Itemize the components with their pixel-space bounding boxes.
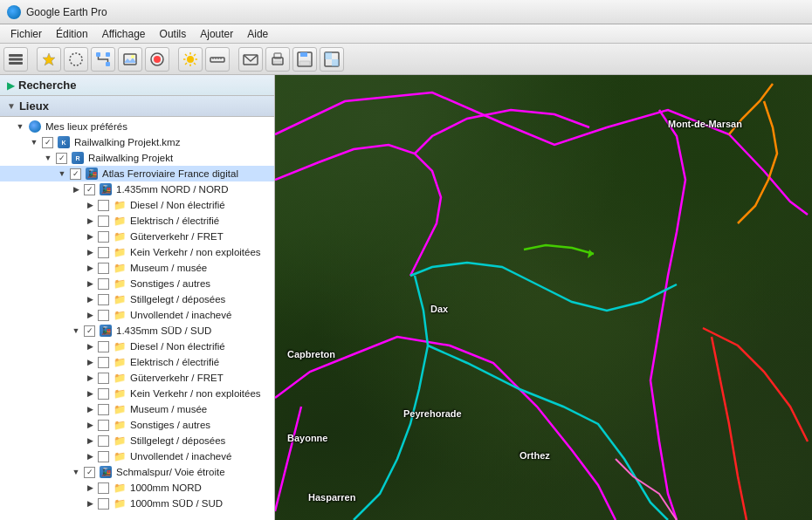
map-legend-btn[interactable] — [320, 47, 344, 72]
save-image-btn[interactable] — [292, 47, 317, 72]
tree-item-kein-2[interactable]: ▶ 📁 Kein Verkehr / non exploitées — [0, 386, 274, 401]
tree-item-1000-sud[interactable]: ▶ 📁 1000mm SÜD / SUD — [0, 496, 274, 511]
print-btn[interactable] — [265, 47, 290, 72]
checkbox-schmalspur[interactable]: ✓ — [84, 467, 95, 478]
tree-item-unvollendet-2[interactable]: ▶ 📁 Unvollendet / inachevé — [0, 448, 274, 464]
tree-item-electrifie-2[interactable]: ▶ 📁 Elektrisch / électrifié — [0, 354, 274, 370]
tree-item-schmalspur[interactable]: ▼ ✓ Schmalspur/ Voie étroite — [0, 464, 274, 480]
checkbox-electrifie-2[interactable] — [98, 357, 109, 368]
icon-1000-sud: 📁 — [113, 496, 127, 510]
checkbox-sonstiges-1[interactable] — [98, 278, 109, 290]
tree-item-guterverkehr-2[interactable]: ▶ 📁 Güterverkehr / FRET — [0, 370, 274, 386]
left-panel: ▶ Recherche ▼ Lieux ▼ Mes lieux préférés… — [0, 75, 275, 520]
svg-rect-8 — [124, 54, 136, 65]
svg-line-19 — [194, 63, 196, 65]
checkbox-1000-nord[interactable] — [98, 482, 109, 494]
menu-aide[interactable]: Aide — [240, 26, 275, 42]
toolbar — [0, 44, 812, 75]
checkbox-railwalking-kmz[interactable]: ✓ — [42, 137, 53, 148]
icon-electrifie-1: 📁 — [113, 214, 127, 228]
lieux-header[interactable]: ▼ Lieux — [0, 96, 274, 117]
checkbox-guterverkehr-1[interactable] — [98, 231, 109, 243]
tree-item-stillgelegt-1[interactable]: ▶ 📁 Stillgelegt / déposées — [0, 291, 274, 307]
tree-item-diesel-1[interactable]: ▶ 📁 Diesel / Non électrifié — [0, 197, 274, 213]
arrow-guterverkehr-1: ▶ — [84, 232, 96, 241]
search-arrow: ▶ — [7, 79, 15, 92]
checkbox-1435-nord[interactable]: ✓ — [84, 184, 95, 195]
layers-btn[interactable] — [3, 47, 28, 72]
checkbox-kein-2[interactable] — [98, 388, 109, 400]
tree-item-1435-sud[interactable]: ▼ ✓ 1.435mm SÜD / SUD — [0, 323, 274, 339]
checkbox-museum-1[interactable] — [98, 263, 109, 274]
arrow-railwalking-kmz: ▼ — [28, 138, 40, 147]
polygon-btn[interactable] — [64, 47, 88, 72]
arrow-1000-sud: ▶ — [84, 499, 96, 508]
tree-item-atlas-ferroviaire[interactable]: ▼ ✓ Atlas Ferroviaire France digital — [0, 166, 274, 181]
search-section[interactable]: ▶ Recherche — [0, 75, 274, 96]
tree-item-museum-2[interactable]: ▶ 📁 Museum / musée — [0, 401, 274, 417]
tree-item-unvollendet-1[interactable]: ▶ 📁 Unvollendet / inachevé — [0, 307, 274, 323]
tree-item-sonstiges-1[interactable]: ▶ 📁 Sonstiges / autres — [0, 276, 274, 291]
arrow-kein-1: ▶ — [84, 248, 96, 257]
label-electrifie-2: Elektrisch / électrifié — [128, 357, 219, 367]
checkbox-guterverkehr-2[interactable] — [98, 373, 109, 384]
label-mes-lieux: Mes lieux préférés — [44, 121, 127, 132]
checkbox-1000-sud[interactable] — [98, 498, 109, 510]
menu-ajouter[interactable]: Ajouter — [193, 26, 240, 42]
tree-item-sonstiges-2[interactable]: ▶ 📁 Sonstiges / autres — [0, 417, 274, 433]
tree-item-1435-nord[interactable]: ▶ ✓ 1.435mm NORD / NORD — [0, 181, 274, 197]
tree-item-electrifie-1[interactable]: ▶ 📁 Elektrisch / électrifié — [0, 213, 274, 229]
arrow-sonstiges-2: ▶ — [84, 421, 96, 429]
tree-item-railwalking-projekt[interactable]: ▼ ✓ R Railwalking Projekt — [0, 150, 274, 166]
menu-fichier[interactable]: Fichier — [3, 26, 49, 42]
checkbox-kein-1[interactable] — [98, 247, 109, 258]
tree-item-diesel-2[interactable]: ▶ 📁 Diesel / Non électrifié — [0, 339, 274, 354]
email-btn[interactable] — [238, 47, 263, 72]
menu-outils[interactable]: Outils — [153, 26, 194, 42]
path-btn[interactable] — [91, 47, 115, 72]
tree-item-mes-lieux[interactable]: ▼ Mes lieux préférés — [0, 119, 274, 134]
label-unvollendet-2: Unvollendet / inachevé — [128, 451, 231, 462]
checkbox-diesel-2[interactable] — [98, 341, 109, 352]
record-btn[interactable] — [145, 47, 169, 72]
checkbox-electrifie-1[interactable] — [98, 216, 109, 227]
label-unvollendet-1: Unvollendet / inachevé — [128, 310, 231, 320]
tree-item-1000-nord[interactable]: ▶ 📁 1000mm NORD — [0, 480, 274, 496]
menu-edition[interactable]: Édition — [49, 26, 95, 42]
checkbox-railwalking-projekt[interactable]: ✓ — [56, 153, 67, 164]
menu-affichage[interactable]: Affichage — [95, 26, 153, 42]
ruler-btn[interactable] — [205, 47, 230, 72]
icon-diesel-2: 📁 — [113, 339, 127, 353]
placemark-btn[interactable] — [37, 47, 61, 72]
sun-btn[interactable] — [178, 47, 203, 72]
tree-item-guterverkehr-1[interactable]: ▶ 📁 Güterverkehr / FRET — [0, 229, 274, 244]
app-icon — [7, 5, 21, 19]
svg-line-18 — [185, 54, 187, 56]
checkbox-unvollendet-2[interactable] — [98, 451, 109, 462]
checkbox-sonstiges-2[interactable] — [98, 420, 109, 431]
arrow-unvollendet-2: ▶ — [84, 452, 96, 461]
tree-item-museum-1[interactable]: ▶ 📁 Museum / musée — [0, 260, 274, 276]
checkbox-unvollendet-1[interactable] — [98, 310, 109, 321]
checkbox-diesel-1[interactable] — [98, 200, 109, 211]
checkbox-atlas[interactable]: ✓ — [70, 168, 81, 180]
image-overlay-btn[interactable] — [118, 47, 142, 72]
tree-item-railwalking-kmz[interactable]: ▼ ✓ K Railwalking Projekt.kmz — [0, 134, 274, 150]
tree-item-stillgelegt-2[interactable]: ▶ 📁 Stillgelegt / déposées — [0, 433, 274, 448]
svg-rect-6 — [106, 52, 110, 57]
lieux-triangle: ▼ — [7, 101, 16, 111]
icon-unvollendet-2: 📁 — [113, 449, 127, 463]
checkbox-museum-2[interactable] — [98, 404, 109, 415]
arrow-kein-2: ▶ — [84, 389, 96, 398]
tree-item-kein-1[interactable]: ▶ 📁 Kein Verkehr / non exploitées — [0, 244, 274, 260]
svg-line-20 — [194, 54, 196, 56]
label-sonstiges-2: Sonstiges / autres — [128, 420, 210, 430]
svg-rect-30 — [274, 61, 281, 64]
svg-marker-9 — [124, 58, 136, 63]
icon-sonstiges-1: 📁 — [113, 277, 127, 291]
checkbox-stillgelegt-2[interactable] — [98, 435, 109, 447]
checkbox-1435-sud[interactable]: ✓ — [84, 325, 95, 337]
map-view[interactable]: Mont-de-Marsan Dax Capbreton Peyrehorade… — [275, 75, 812, 520]
titlebar: Google Earth Pro — [0, 0, 812, 24]
checkbox-stillgelegt-1[interactable] — [98, 294, 109, 305]
